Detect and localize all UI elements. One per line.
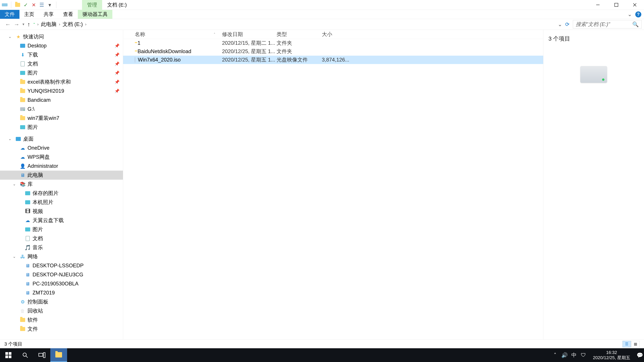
start-button[interactable] <box>0 348 17 362</box>
tree-net2[interactable]: ›🖥DESKTOP-NJEU3CG <box>0 270 123 279</box>
chevron-right-icon[interactable]: › <box>59 22 60 27</box>
tree-camera-roll[interactable]: ›本机照片 <box>0 198 123 207</box>
tree-documents2[interactable]: ›文档 <box>0 234 123 243</box>
separator <box>11 1 11 8</box>
back-button[interactable]: ← <box>5 21 11 28</box>
tree-pictures2[interactable]: ›图片 <box>0 123 123 132</box>
qat-dropdown-icon[interactable]: ▾ <box>47 2 53 8</box>
file-row[interactable]: BaiduNetdiskDownload 2020/12/25, 星期五 1..… <box>123 47 543 56</box>
download-icon: ⬇ <box>20 52 26 58</box>
view-details-button[interactable]: ☰ <box>622 341 631 347</box>
search-placeholder: 搜索"文档 (E:)" <box>576 21 610 28</box>
maximize-button[interactable] <box>607 0 626 10</box>
file-explorer-taskbar-button[interactable] <box>50 348 67 362</box>
up-button[interactable]: ↑ <box>27 21 30 28</box>
clock[interactable]: 16:32 2020/12/25, 星期五 <box>589 350 634 360</box>
security-icon[interactable]: 🛡 <box>580 352 587 359</box>
tree-control-panel[interactable]: ›⚙控制面板 <box>0 297 123 306</box>
ime-indicator[interactable]: 中 <box>570 352 578 359</box>
column-size[interactable]: 大小 <box>322 31 349 38</box>
tree-library[interactable]: ⌄📚库 <box>0 180 123 189</box>
search-button[interactable] <box>17 348 34 362</box>
tab-share[interactable]: 共享 <box>39 10 58 19</box>
svg-rect-7 <box>5 356 8 358</box>
chevron-right-icon[interactable]: › <box>37 22 38 27</box>
view-icons-button[interactable]: ▦ <box>631 341 640 347</box>
label: 网络 <box>28 253 38 260</box>
navigation-pane[interactable]: ⌄★快速访问 ›Desktop📌 ›⬇下载📌 ›文档📌 ›图片📌 ›excel表… <box>0 30 123 340</box>
column-headers[interactable]: 名称˄ 修改日期 类型 大小 <box>123 30 543 39</box>
tab-home[interactable]: 主页 <box>20 10 39 19</box>
refresh-icon[interactable]: ⟳ <box>565 21 570 27</box>
tree-net4[interactable]: ›🖥ZMT2019 <box>0 288 123 297</box>
collapse-ribbon-icon[interactable]: ⌄ <box>628 11 632 17</box>
column-date[interactable]: 修改日期 <box>222 31 276 38</box>
tree-bandicam[interactable]: ›Bandicam <box>0 95 123 105</box>
properties-icon[interactable]: ☰ <box>39 2 45 8</box>
search-icon[interactable]: 🔍 <box>632 21 639 27</box>
tree-software[interactable]: ›软件 <box>0 316 123 325</box>
tree-net3[interactable]: ›🖥PC-20190530OBLA <box>0 279 123 288</box>
tree-recycle[interactable]: ›🗑回收站 <box>0 306 123 316</box>
tree-excel[interactable]: ›excel表格制作求和📌 <box>0 77 123 86</box>
tree-wps[interactable]: ›☁WPS网盘 <box>0 152 123 162</box>
tree-admin[interactable]: ›👤Administrator <box>0 162 123 171</box>
tree-desktop[interactable]: ›Desktop📌 <box>0 41 123 50</box>
tree-downloads[interactable]: ›⬇下载📌 <box>0 50 123 59</box>
tree-videos[interactable]: ›🎞视频 <box>0 207 123 216</box>
document-icon <box>20 61 26 67</box>
help-icon[interactable]: ? <box>635 11 641 17</box>
minimize-button[interactable] <box>589 0 607 10</box>
tree-thispc[interactable]: ›🖥此电脑 <box>0 171 123 180</box>
tree-tianyi[interactable]: ›☁天翼云盘下载 <box>0 216 123 225</box>
svg-rect-5 <box>5 352 8 355</box>
tree-win7[interactable]: ›win7重装win7 <box>0 114 123 123</box>
tree-music[interactable]: ›🎵音乐 <box>0 243 123 252</box>
file-list[interactable]: 名称˄ 修改日期 类型 大小 1 2020/12/15, 星期二 1... 文件… <box>123 30 544 340</box>
file-row[interactable]: Win7x64_2020.iso 2020/12/25, 星期五 1... 光盘… <box>123 56 543 64</box>
tree-desktop-root[interactable]: ⌄桌面 <box>0 134 123 143</box>
column-type[interactable]: 类型 <box>276 31 322 38</box>
tree-yunqishi[interactable]: ›YUNQISHI2019📌 <box>0 86 123 95</box>
crumb-thispc[interactable]: 此电脑 <box>40 20 58 28</box>
folder-icon <box>20 88 26 94</box>
volume-icon[interactable]: 🔊 <box>561 352 568 359</box>
tree-pictures3[interactable]: ›图片 <box>0 225 123 234</box>
tree-pictures[interactable]: ›图片📌 <box>0 68 123 77</box>
tree-gdrive[interactable]: ›G:\ <box>0 105 123 114</box>
chevron-right-icon[interactable]: › <box>85 22 86 27</box>
crumb-drive[interactable]: 文档 (E:) <box>61 20 84 28</box>
checkmark-icon[interactable]: ✓ <box>23 2 29 8</box>
clock-date: 2020/12/25, 星期五 <box>593 355 630 360</box>
taskbar[interactable]: ˄ 🔊 中 🛡 16:32 2020/12/25, 星期五 💬 <box>0 348 644 362</box>
address-dropdown-icon[interactable]: ⌄ <box>558 21 562 27</box>
tree-quick-access[interactable]: ⌄★快速访问 <box>0 32 123 41</box>
drive-large-icon <box>580 66 607 83</box>
delete-icon[interactable]: ✕ <box>31 2 37 8</box>
file-row[interactable]: 1 2020/12/15, 星期二 1... 文件夹 <box>123 39 543 47</box>
history-dropdown-icon[interactable]: ▾ <box>22 22 24 26</box>
tree-net1[interactable]: ›🖥DESKTOP-LSSOEDP <box>0 261 123 270</box>
tab-view[interactable]: 查看 <box>58 10 78 19</box>
tab-file[interactable]: 文件 <box>0 10 20 19</box>
tab-drive-tools[interactable]: 驱动器工具 <box>78 10 112 19</box>
pin-icon: 📌 <box>114 80 120 84</box>
column-name[interactable]: 名称˄ <box>123 31 222 38</box>
action-center-icon[interactable]: 💬 <box>636 352 643 359</box>
tree-network[interactable]: ⌄🖧网络 <box>0 252 123 261</box>
search-input[interactable]: 搜索"文档 (E:)" 🔍 <box>573 20 642 28</box>
music-icon: 🎵 <box>25 245 30 250</box>
tree-documents[interactable]: ›文档📌 <box>0 59 123 68</box>
tree-files[interactable]: ›文件 <box>0 325 123 334</box>
label: 桌面 <box>23 135 34 142</box>
label: 快速访问 <box>23 33 44 40</box>
tree-saved-pics[interactable]: ›保存的图片 <box>0 189 123 198</box>
close-button[interactable] <box>626 0 644 10</box>
breadcrumb[interactable]: › 此电脑 › 文档 (E:) › ⌄ ⟳ <box>35 19 573 30</box>
tree-onedrive[interactable]: ›☁OneDrive <box>0 143 123 152</box>
folder-icon[interactable] <box>14 2 21 8</box>
task-view-button[interactable] <box>34 348 50 362</box>
file-date: 2020/12/25, 星期五 1... <box>222 56 276 63</box>
forward-button[interactable]: → <box>14 21 20 28</box>
tray-overflow-icon[interactable]: ˄ <box>552 352 559 359</box>
